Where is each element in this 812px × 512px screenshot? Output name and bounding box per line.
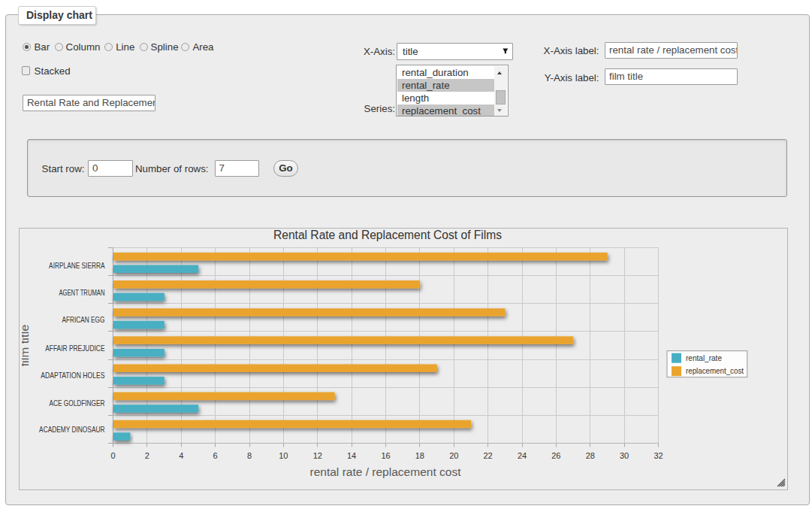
svg-text:Rental Rate and Replacement Co: Rental Rate and Replacement Cost of Film…: [273, 229, 502, 241]
svg-text:replacement_cost: replacement_cost: [686, 366, 744, 375]
svg-text:12: 12: [313, 451, 322, 460]
svg-text:AFRICAN EGG: AFRICAN EGG: [62, 316, 105, 324]
svg-text:10: 10: [279, 451, 288, 460]
svg-text:film title: film title: [22, 325, 31, 367]
svg-text:ACE GOLDFINGER: ACE GOLDFINGER: [50, 399, 105, 407]
svg-text:30: 30: [620, 451, 629, 460]
svg-text:24: 24: [518, 451, 527, 460]
svg-text:14: 14: [347, 451, 356, 460]
svg-text:20: 20: [449, 451, 458, 460]
svg-text:AFFAIR PREJUDICE: AFFAIR PREJUDICE: [45, 344, 104, 353]
svg-text:4: 4: [179, 451, 183, 460]
svg-text:ADAPTATION HOLES: ADAPTATION HOLES: [41, 371, 104, 380]
svg-text:28: 28: [586, 451, 595, 460]
svg-text:16: 16: [381, 451, 390, 460]
svg-text:ACADEMY DINOSAUR: ACADEMY DINOSAUR: [39, 426, 104, 434]
svg-text:6: 6: [213, 451, 218, 460]
svg-text:0: 0: [110, 451, 115, 460]
svg-text:8: 8: [247, 451, 252, 460]
svg-text:AIRPLANE SIERRA: AIRPLANE SIERRA: [49, 262, 105, 270]
svg-text:2: 2: [145, 451, 149, 460]
svg-text:26: 26: [551, 451, 560, 460]
svg-text:32: 32: [654, 451, 663, 460]
svg-text:AGENT TRUMAN: AGENT TRUMAN: [59, 289, 104, 297]
svg-text:rental rate / replacement cost: rental rate / replacement cost: [310, 465, 462, 478]
svg-text:rental_rate: rental_rate: [686, 353, 722, 362]
svg-text:22: 22: [484, 451, 493, 460]
svg-text:18: 18: [415, 451, 424, 460]
